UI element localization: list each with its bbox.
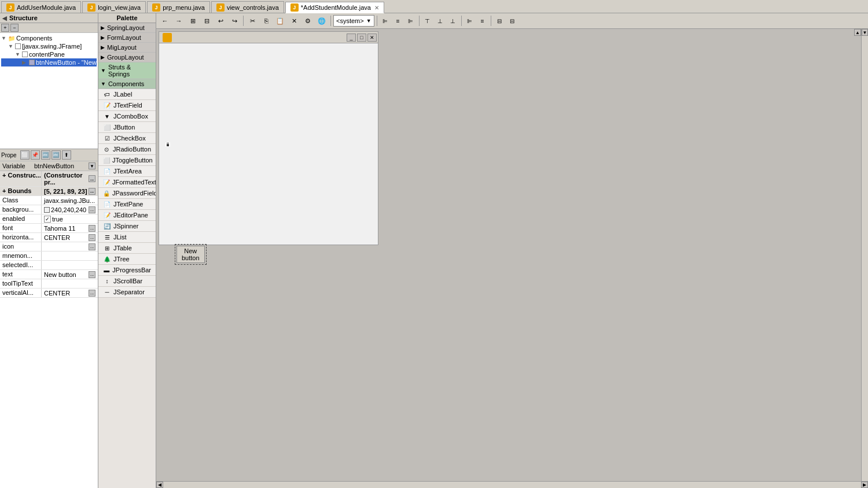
tree-item-components[interactable]: ▼ 📁 Components [1,34,97,42]
palette-item-jprogressbar[interactable]: ▬ JProgressBar [98,265,156,276]
bottom-scroll-track[interactable] [163,482,861,488]
bottom-scroll-left[interactable]: ◀ [156,482,163,488]
tree-item-jframe[interactable]: ▼ [javax.swing.JFrame] [1,42,97,50]
tb-btn-redo[interactable]: ↪ [228,14,241,27]
palette-item-jtextarea[interactable]: 📄 JTextArea [98,166,156,177]
tree-checkbox-jframe[interactable] [15,43,21,49]
tab-loginview[interactable]: J login_view.java [82,1,146,13]
props-value-text: New button ... [42,270,98,279]
scroll-down-btn[interactable]: ▼ [862,29,868,36]
palette-section-miglayout[interactable]: ▶ MigLayout [98,43,156,53]
palette-item-jlist[interactable]: ☰ JList [98,232,156,243]
tree-item-contentpane[interactable]: ▼ contentPane [1,50,97,58]
tb-align-top[interactable]: ⊤ [422,15,433,27]
props-row-tooltip: toolTipText [0,279,98,289]
tree-checkbox-btnnewbutton[interactable] [29,60,35,65]
props-name-text: text [0,270,42,279]
palette-item-jcombobox[interactable]: ▼ JComboBox [98,111,156,122]
tb-btn-view2[interactable]: ⊟ [200,14,213,27]
palette-item-jtogglebutton[interactable]: ⬜ JToggleButton [98,155,156,166]
props-tb-btn-2[interactable]: 📌 [31,150,40,160]
tb-btn-cut[interactable]: ✂ [246,14,259,27]
system-dropdown[interactable]: <system> ▼ [333,15,374,27]
enabled-checkbox[interactable]: ✓ [44,216,51,223]
tb-same-height[interactable]: ⊟ [506,15,518,27]
props-tb-btn-5[interactable]: ⬆ [62,150,71,160]
structure-title: Structure [9,14,38,21]
tb-btn-globe[interactable]: 🌐 [315,14,328,27]
palette-section-struts[interactable]: ▼ Struts & Springs [98,62,156,79]
tb-align-left[interactable]: ⊫ [380,15,391,27]
structure-btn-1[interactable]: + [1,24,9,32]
canvas-area[interactable]: ▲ _ □ ✕ [156,29,861,481]
props-tb-btn-4[interactable]: 🔤 [52,150,61,160]
palette-section-formlayout[interactable]: ▶ FormLayout [98,33,156,43]
tb-align-center-h[interactable]: ≡ [392,15,404,27]
bottom-scroll-right[interactable]: ▶ [861,482,868,488]
tb-btn-settings[interactable]: ⚙ [301,14,314,27]
props-btn-font[interactable]: ... [89,225,95,232]
palette-item-jseparator[interactable]: ─ JSeparator [98,287,156,298]
form-maximize-btn[interactable]: □ [357,34,366,42]
props-tb-btn-1[interactable]: ⬜ [20,150,30,160]
tb-align-right[interactable]: ⊫ [405,15,417,27]
palette-item-jformattedtextfield[interactable]: 📝 JFormattedTextFi... [98,177,156,188]
props-btn-construc[interactable]: ... [89,175,95,182]
props-row-construc[interactable]: + Construc... (Constructor pr... ... [0,171,98,187]
tb-align-bottom[interactable]: ⊥ [447,15,459,27]
props-btn-background[interactable]: ... [89,206,95,213]
tab-prpmenu[interactable]: J prp_menu.java [147,1,210,13]
palette-section-grouplayout[interactable]: ▶ GroupLayout [98,53,156,62]
palette-item-jradiobutton[interactable]: ⊙ JRadioButton [98,144,156,155]
props-btn-bounds[interactable]: ... [89,188,95,195]
tree-checkbox-contentpane[interactable] [22,51,28,57]
properties-variable-btn[interactable]: ▼ [89,162,95,169]
props-btn-icon[interactable]: ... [89,243,95,250]
palette-section-springlayout[interactable]: ▶ SpringLayout [98,23,156,33]
palette-section-components[interactable]: ▼ Components [98,79,156,89]
palette-item-label-jpasswordfield: JPasswordField [112,190,156,197]
props-tb-btn-3[interactable]: 🔤 [41,150,50,160]
props-btn-text[interactable]: ... [89,271,95,278]
tb-btn-back[interactable]: ← [159,14,171,27]
structure-btn-2[interactable]: − [10,24,19,32]
tree-item-btnnewbutton[interactable]: ▶ btnNewButton - "New [1,58,97,66]
palette-item-jtable[interactable]: ⊞ JTable [98,243,156,254]
props-btn-horizontal[interactable]: ... [89,234,95,241]
palette-item-label-jtextarea: JTextArea [113,168,142,175]
palette-item-jspinner[interactable]: 🔄 JSpinner [98,221,156,232]
structure-header: ◀ Structure [0,13,98,23]
tb-btn-delete[interactable]: ✕ [288,14,300,27]
form-close-btn[interactable]: ✕ [367,34,377,42]
props-btn-vertical[interactable]: ... [89,290,95,297]
handle-bc[interactable] [166,143,170,147]
tb-same-width[interactable]: ⊟ [494,15,505,27]
scroll-up-arrow[interactable]: ▲ [854,29,861,36]
tb-distribute-v[interactable]: ≡ [477,15,488,27]
tab-addstudentmodule[interactable]: J *AddStudentModule.java ✕ [285,2,384,13]
tb-distribute-h[interactable]: ⊫ [464,15,476,27]
tb-btn-copy[interactable]: ⎘ [260,14,273,27]
tab-addusermodule[interactable]: J AddUserModule.java [1,1,81,13]
props-row-bounds[interactable]: + Bounds [5, 221, 89, 23] ... [0,187,98,196]
palette-item-jpasswordfield[interactable]: 🔒 JPasswordField [98,188,156,199]
palette-item-jscrollbar[interactable]: ↕ JScrollBar [98,276,156,287]
palette-item-jtree[interactable]: 🌲 JTree [98,254,156,265]
tb-btn-undo[interactable]: ↩ [214,14,227,27]
form-minimize-btn[interactable]: _ [347,34,356,42]
palette-item-jcheckbox[interactable]: ☑ JCheckBox [98,133,156,144]
palette-item-jeditorpane[interactable]: 📝 JEditorPane [98,210,156,221]
structure-collapse-arrow[interactable]: ◀ [2,15,7,21]
tab-close-addstudentmodule[interactable]: ✕ [374,5,379,11]
tb-btn-view1[interactable]: ⊞ [186,14,199,27]
palette-item-jbutton[interactable]: ⬜ JButton [98,122,156,133]
palette-item-jtextfield[interactable]: 📝 JTextField [98,100,156,111]
tb-align-center-v[interactable]: ⊥ [435,15,446,27]
tb-btn-paste[interactable]: 📋 [274,14,286,27]
tb-btn-forward[interactable]: → [172,14,185,27]
props-name-horizontal: horizonta... [0,233,42,242]
palette-item-jtextpane[interactable]: 📄 JTextPane [98,199,156,210]
tab-viewcontrols[interactable]: J view_controls.java [211,1,284,13]
form-button-new[interactable]: New button [176,246,205,263]
palette-item-jlabel[interactable]: 🏷 JLabel [98,89,156,100]
